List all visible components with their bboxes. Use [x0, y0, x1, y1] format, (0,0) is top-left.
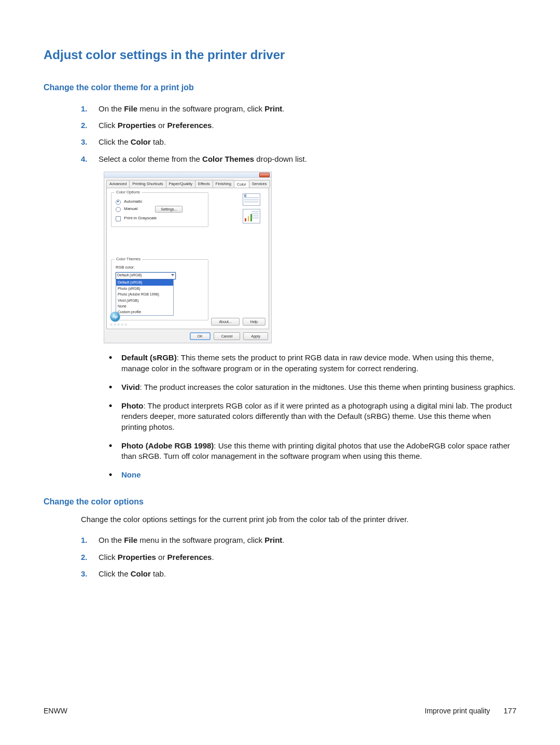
step: 4. Select a color theme from the Color T… [81, 151, 516, 167]
list-item: Vivid: The product increases the color s… [109, 378, 516, 397]
theme-descriptions: Default (sRGB): This theme sets the prod… [44, 348, 516, 484]
group-legend: Color Themes [115, 257, 142, 262]
section1-heading: Change the color theme for a print job [44, 82, 516, 93]
page-number: 177 [503, 706, 516, 715]
help-button[interactable]: Help [243, 318, 265, 325]
page-title: Adjust color settings in the printer dri… [44, 47, 516, 63]
tab-effects[interactable]: Effects [195, 180, 213, 188]
step: 2. Click Properties or Preferences. [81, 117, 516, 134]
hp-logo: hp ☆☆☆☆☆ [110, 312, 128, 327]
page-footer: ENWW Improve print quality 177 [44, 706, 516, 716]
section2-heading: Change the color options [44, 496, 516, 508]
step-number: 1. [81, 104, 88, 114]
dropdown-option[interactable]: None [116, 303, 173, 309]
footer-section: Improve print quality [425, 707, 490, 715]
dropdown-option[interactable]: Vivid (sRGB) [116, 298, 173, 303]
footer-left: ENWW [44, 706, 67, 716]
step-number: 3. [81, 569, 88, 579]
tab-color[interactable]: Color [234, 180, 249, 188]
section2-steps: 1. On the File menu in the software prog… [44, 532, 516, 582]
section2-intro: Change the color options settings for th… [44, 514, 516, 525]
step-number: 2. [81, 120, 88, 131]
tab-advanced[interactable]: Advanced [106, 180, 130, 188]
hp-logo-icon: hp [110, 312, 120, 322]
color-theme-dropdown-list: Default (sRGB) Photo (sRGB) Photo (Adobe… [116, 279, 174, 316]
section1-steps: 1. On the File menu in the software prog… [44, 101, 516, 167]
color-theme-dropdown[interactable]: Default (sRGB) [116, 272, 176, 279]
radio-manual[interactable] [116, 207, 121, 212]
checkbox-grayscale[interactable] [116, 216, 121, 221]
dropdown-option[interactable]: Photo (Adobe RGB 1998) [116, 291, 173, 297]
list-item: None [109, 466, 516, 484]
list-item: Default (sRGB): This theme sets the prod… [109, 348, 516, 378]
tab-shortcuts[interactable]: Printing Shortcuts [129, 180, 166, 188]
close-icon[interactable] [259, 173, 270, 177]
radio-automatic[interactable] [116, 200, 121, 205]
dialog-titlebar [104, 172, 271, 178]
document-page: Adjust color settings in the printer dri… [0, 0, 560, 745]
preview-page-icon [243, 193, 260, 206]
step: 2. Click Properties or Preferences. [81, 549, 516, 566]
settings-button[interactable]: Settings... [155, 206, 183, 213]
step: 3. Click the Color tab. [81, 134, 516, 150]
step-number: 2. [81, 552, 88, 563]
step: 1. On the File menu in the software prog… [81, 101, 516, 117]
list-item: Photo (Adobe RGB 1998): Use this theme w… [109, 437, 516, 466]
dialog-body: Color Options Automatic ManualSettings..… [106, 188, 269, 329]
rgb-color-label: RGB color: [116, 265, 204, 270]
step: 1. On the File menu in the software prog… [81, 532, 516, 549]
dropdown-option[interactable]: Default (sRGB) [116, 279, 173, 285]
list-item: Photo: The product interprets RGB color … [109, 397, 516, 437]
preview-pane [239, 193, 264, 227]
dialog-tabs: Advanced Printing Shortcuts Paper/Qualit… [106, 180, 269, 188]
apply-button[interactable]: Apply [243, 332, 268, 340]
tab-paper-quality[interactable]: Paper/Quality [166, 180, 195, 188]
rating-stars: ☆☆☆☆☆ [110, 322, 128, 327]
tab-services[interactable]: Services [249, 180, 270, 188]
step-number: 1. [81, 535, 88, 545]
group-legend: Color Options [115, 190, 142, 195]
dialog-footer: OK Cancel Apply [104, 330, 271, 343]
dropdown-option[interactable]: Photo (sRGB) [116, 286, 173, 291]
none-label: None [121, 470, 141, 479]
print-properties-dialog: Advanced Printing Shortcuts Paper/Qualit… [104, 172, 272, 343]
step: 3. Click the Color tab. [81, 566, 516, 582]
cancel-button[interactable]: Cancel [214, 332, 241, 340]
preview-chart-icon [243, 209, 260, 223]
ok-button[interactable]: OK [190, 332, 211, 340]
color-options-group: Color Options Automatic ManualSettings..… [111, 192, 208, 227]
step-number: 4. [81, 154, 88, 164]
about-button[interactable]: About... [211, 318, 239, 325]
step-number: 3. [81, 137, 88, 147]
tab-finishing[interactable]: Finishing [213, 180, 234, 188]
